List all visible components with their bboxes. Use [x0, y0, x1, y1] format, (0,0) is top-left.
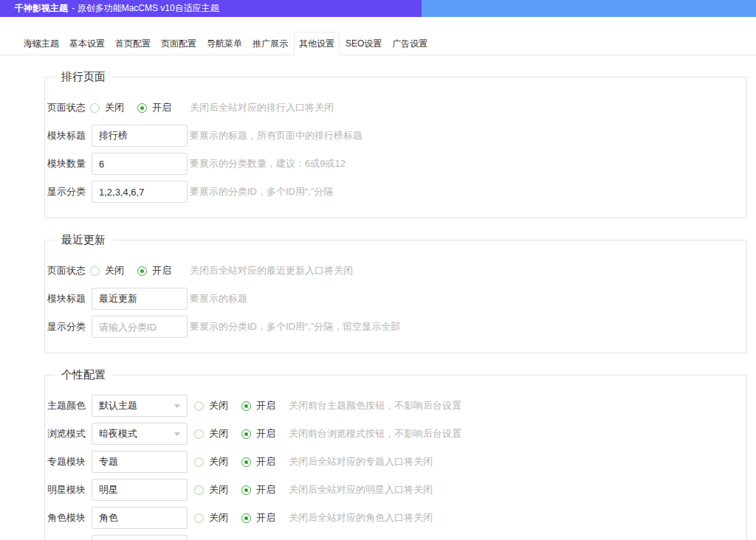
radio-label: 关闭 [209, 455, 228, 468]
radio-label: 关闭 [209, 399, 228, 412]
radio-label: 关闭 [209, 427, 228, 440]
radio-label: 开启 [256, 511, 275, 525]
form-row-browse-mode: 浏览模式 暗夜模式 关闭 开启 关闭前台浏览模式按钮，不影响后台设置 [45, 423, 746, 445]
help-text: 要展示的标题，所有页面中的排行榜标题 [190, 129, 362, 142]
field-label: 页面状态 [45, 264, 86, 277]
chevron-down-icon [174, 432, 180, 436]
radio-off[interactable]: 关闭 [194, 399, 228, 412]
form-row-role-module: 角色模块 关闭 开启 关闭后全站对应的角色入口将关闭 [45, 507, 746, 529]
tab-hailuo-theme[interactable]: 海螺主题 [19, 32, 63, 55]
tab-promo-display[interactable]: 推广展示 [248, 32, 292, 55]
field-label: 浏览模式 [45, 427, 86, 440]
help-text: 关闭后全站对应的专题入口将关闭 [289, 455, 433, 468]
help-text: 关闭前台主题颜色按钮，不影响后台设置 [289, 399, 461, 412]
title-bar-accent [422, 0, 756, 17]
form-row-module-title: 模块标题 要展示的标题，所有页面中的排行榜标题 [45, 125, 746, 147]
help-text: 关闭前台浏览模式按钮，不影响后台设置 [289, 427, 461, 440]
field-label: 角色模块 [45, 511, 86, 525]
field-label: 模块标题 [45, 292, 86, 305]
radio-off[interactable]: 关闭 [90, 101, 124, 114]
plot-module-input[interactable] [92, 535, 188, 540]
section-legend: 最近更新 [55, 233, 112, 246]
radio-circle-icon [241, 429, 251, 439]
radio-off[interactable]: 关闭 [194, 511, 228, 525]
browse-mode-select[interactable]: 暗夜模式 [92, 423, 188, 445]
radio-label: 开启 [152, 264, 171, 277]
radio-circle-icon [241, 457, 251, 467]
tab-page-config[interactable]: 页面配置 [157, 32, 201, 55]
star-module-input[interactable] [92, 479, 188, 501]
radio-on[interactable]: 开启 [241, 483, 275, 496]
module-title-input[interactable] [92, 125, 188, 147]
radio-circle-icon [90, 266, 100, 276]
show-category-input[interactable] [92, 181, 188, 203]
form-row-star-module: 明星模块 关闭 开启 关闭后全站对应的明星入口将关闭 [45, 479, 746, 501]
module-title-input[interactable] [92, 288, 188, 310]
field-label: 明星模块 [45, 483, 86, 496]
radio-label: 关闭 [209, 483, 228, 496]
title-bar: 千神影视主题 - 原创多功能MacCMS v10自适应主题 [0, 0, 756, 17]
select-value: 暗夜模式 [99, 427, 137, 440]
browse-mode-radio-group: 关闭 开启 [194, 427, 289, 440]
topic-module-input[interactable] [92, 451, 188, 473]
radio-circle-icon [241, 513, 251, 523]
tab-seo-settings[interactable]: SEO设置 [341, 32, 386, 55]
radio-on[interactable]: 开启 [137, 101, 171, 114]
radio-circle-icon [137, 103, 147, 113]
section-ranking-page: 排行页面 页面状态 关闭 开启 关闭后全站对应的排行入口将关闭 模块标题 要展示… [44, 70, 747, 218]
field-label: 专题模块 [45, 455, 86, 468]
help-text: 要展示的标题 [190, 292, 247, 305]
settings-tab-bar: 海螺主题 基本设置 首页配置 页面配置 导航菜单 推广展示 其他设置 SEO设置… [0, 32, 756, 55]
radio-on[interactable]: 开启 [137, 264, 171, 277]
field-label: 显示分类 [45, 185, 86, 198]
tab-other-settings[interactable]: 其他设置 [294, 32, 340, 55]
radio-label: 开启 [256, 399, 275, 412]
field-label: 显示分类 [45, 320, 86, 333]
radio-on[interactable]: 开启 [241, 427, 275, 440]
role-module-radio-group: 关闭 开启 [194, 511, 289, 525]
radio-off[interactable]: 关闭 [194, 483, 228, 496]
role-module-input[interactable] [92, 507, 188, 529]
help-text: 关闭后全站对应的明星入口将关闭 [289, 483, 433, 496]
radio-circle-icon [90, 103, 100, 113]
module-count-input[interactable] [92, 153, 188, 175]
topic-module-radio-group: 关闭 开启 [194, 455, 289, 468]
radio-circle-icon [241, 401, 251, 411]
field-label: 模块数量 [45, 157, 86, 170]
show-category-input[interactable] [92, 316, 188, 338]
tab-ad-settings[interactable]: 广告设置 [388, 32, 432, 55]
radio-off[interactable]: 关闭 [194, 455, 228, 468]
page-status-radio-group: 关闭 开启 [90, 101, 185, 114]
radio-off[interactable]: 关闭 [194, 427, 228, 440]
app-subtitle: - 原创多功能MacCMS v10自适应主题 [72, 3, 219, 13]
radio-circle-icon [194, 401, 204, 411]
tab-nav-menu[interactable]: 导航菜单 [202, 32, 247, 55]
radio-label: 开启 [256, 427, 275, 440]
tab-basic-settings[interactable]: 基本设置 [65, 32, 109, 55]
radio-circle-icon [137, 266, 147, 276]
field-label: 页面状态 [45, 101, 86, 114]
form-row-plot-module: 剧情模块 关闭 开启 关闭后全站对应的剧情入口将关闭 [45, 535, 746, 540]
form-row-show-category: 显示分类 要展示的分类ID，多个ID用“,”分隔 [45, 181, 746, 203]
app-name: 千神影视主题 [15, 3, 68, 13]
radio-circle-icon [194, 513, 204, 523]
radio-off[interactable]: 关闭 [90, 264, 124, 277]
field-label: 主题颜色 [45, 399, 86, 412]
form-row-theme-color: 主题颜色 默认主题 关闭 开启 关闭前台主题颜色按钮，不影响后台设置 [45, 395, 746, 417]
form-row-show-category: 显示分类 要展示的分类ID，多个ID用“,”分隔，留空显示全部 [45, 316, 746, 338]
radio-label: 开启 [256, 455, 275, 468]
radio-on[interactable]: 开启 [241, 399, 275, 412]
radio-label: 关闭 [105, 264, 124, 277]
field-label: 模块标题 [45, 129, 86, 142]
theme-color-select[interactable]: 默认主题 [92, 395, 188, 417]
radio-on[interactable]: 开启 [241, 455, 275, 468]
section-personal-config: 个性配置 主题颜色 默认主题 关闭 开启 关闭前台主题颜色按钮，不影响后台设置 … [44, 368, 747, 540]
form-row-page-status: 页面状态 关闭 开启 关闭后全站对应的最近更新入口将关闭 [45, 260, 746, 282]
radio-label: 关闭 [105, 101, 124, 114]
radio-circle-icon [194, 485, 204, 495]
radio-circle-icon [194, 457, 204, 467]
radio-label: 开启 [256, 483, 275, 496]
help-text: 关闭后全站对应的排行入口将关闭 [190, 101, 334, 114]
tab-home-config[interactable]: 首页配置 [111, 32, 155, 55]
radio-on[interactable]: 开启 [241, 511, 275, 525]
